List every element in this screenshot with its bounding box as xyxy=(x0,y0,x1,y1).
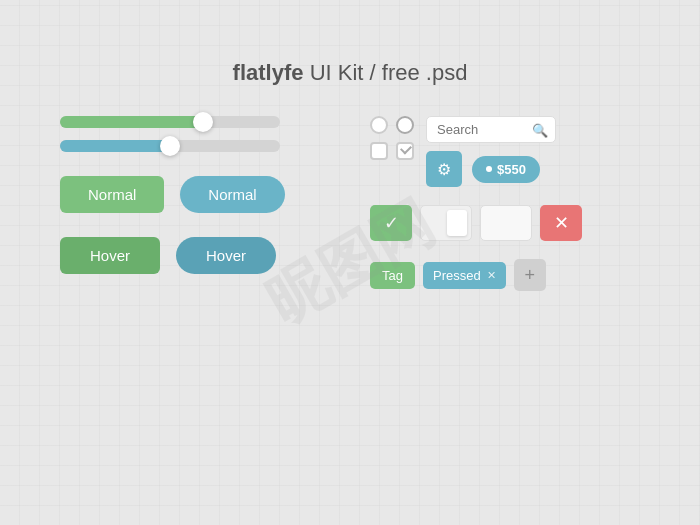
hover-blue-button[interactable]: Hover xyxy=(176,237,276,274)
slider-blue-fill xyxy=(60,140,170,152)
slider-green[interactable] xyxy=(60,116,280,128)
close-icon: ✕ xyxy=(554,212,569,234)
tag-pressed[interactable]: Pressed ✕ xyxy=(423,262,506,289)
close-toggle[interactable]: ✕ xyxy=(540,205,582,241)
gear-button[interactable]: ⚙ xyxy=(426,151,462,187)
slider-group xyxy=(60,116,330,152)
slider-green-fill xyxy=(60,116,203,128)
title-rest: UI Kit / free .psd xyxy=(304,60,468,85)
tag-pressed-label: Pressed xyxy=(433,268,481,283)
tag-add-button[interactable]: + xyxy=(514,259,546,291)
gear-price-row: ⚙ $550 xyxy=(426,151,556,187)
hover-button-row: Hover Hover xyxy=(60,237,330,274)
toggle-switch-on[interactable] xyxy=(420,205,472,241)
page-title: flatlyfe UI Kit / free .psd xyxy=(0,60,700,86)
checkbox-2[interactable] xyxy=(396,142,414,160)
tag-item-1[interactable]: Tag xyxy=(370,262,415,289)
radio-row xyxy=(370,116,414,134)
price-pill[interactable]: $550 xyxy=(472,156,540,183)
tag-pressed-close[interactable]: ✕ xyxy=(487,269,496,282)
hover-green-button[interactable]: Hover xyxy=(60,237,160,274)
search-gear-column: 🔍 ⚙ $550 xyxy=(426,116,556,187)
radio-button-1[interactable] xyxy=(370,116,388,134)
price-label: $550 xyxy=(497,162,526,177)
tag-row: Tag Pressed ✕ + xyxy=(370,259,640,291)
check-row xyxy=(370,142,414,160)
checkbox-1[interactable] xyxy=(370,142,388,160)
left-column: Normal Normal Hover Hover xyxy=(60,116,330,291)
search-box: 🔍 xyxy=(426,116,556,143)
normal-button-row: Normal Normal xyxy=(60,176,330,213)
toggle-switch-off[interactable] xyxy=(480,205,532,241)
slider-blue-thumb[interactable] xyxy=(160,136,180,156)
price-dot xyxy=(486,166,492,172)
slider-blue[interactable] xyxy=(60,140,280,152)
slider-green-thumb[interactable] xyxy=(193,112,213,132)
right-top-section: 🔍 ⚙ $550 xyxy=(370,116,640,187)
title-bold: flatlyfe xyxy=(233,60,304,85)
search-icon: 🔍 xyxy=(532,122,548,137)
toggle-row: ✓ ✕ xyxy=(370,205,640,241)
gear-icon: ⚙ xyxy=(437,160,451,179)
check-toggle[interactable]: ✓ xyxy=(370,205,412,241)
checkmark-icon: ✓ xyxy=(384,212,399,234)
normal-blue-button[interactable]: Normal xyxy=(180,176,284,213)
radio-check-group xyxy=(370,116,414,160)
radio-button-2[interactable] xyxy=(396,116,414,134)
content-area: Normal Normal Hover Hover xyxy=(0,116,700,291)
normal-green-button[interactable]: Normal xyxy=(60,176,164,213)
toggle-knob xyxy=(447,210,467,236)
right-column: 🔍 ⚙ $550 ✓ xyxy=(370,116,640,291)
